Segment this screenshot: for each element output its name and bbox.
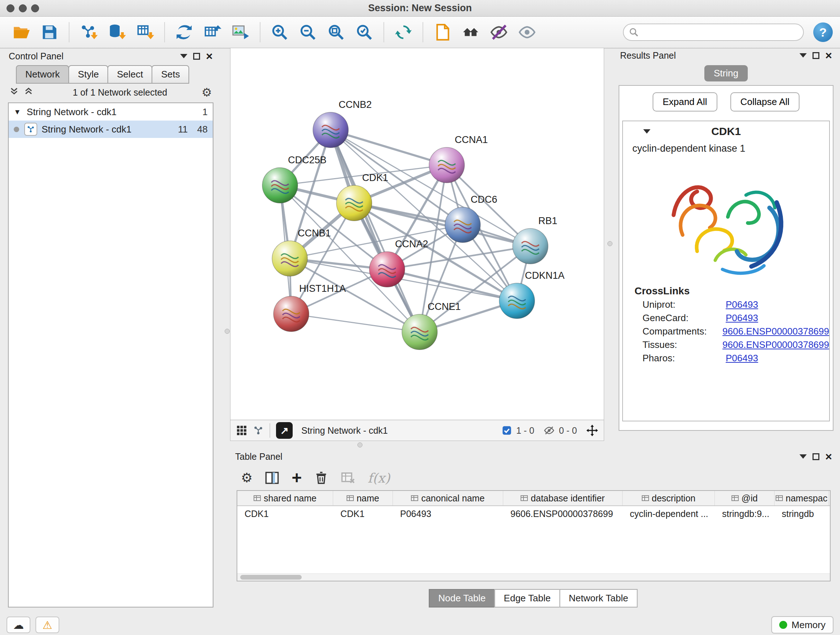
horizontal-scrollbar[interactable] (237, 573, 830, 581)
tab-sets[interactable]: Sets (152, 65, 189, 84)
import-network-database-button[interactable] (105, 21, 128, 44)
tab-edge-table[interactable]: Edge Table (494, 589, 561, 608)
column-header[interactable]: description (622, 491, 715, 505)
table-cell[interactable]: CDK1 (237, 506, 333, 521)
network-row[interactable]: String Network - cdk1 11 48 (9, 120, 213, 138)
document-button[interactable] (431, 21, 454, 44)
panel-close-icon[interactable]: × (825, 451, 832, 462)
search-input[interactable] (623, 24, 804, 41)
save-session-button[interactable] (38, 21, 61, 44)
network-view-title: String Network - cdk1 (302, 425, 388, 436)
column-header[interactable]: database identifier (503, 491, 622, 505)
help-button[interactable]: ? (813, 22, 833, 42)
network-edge-CCNB2-CCNE1[interactable] (331, 130, 420, 332)
collapse-all-button[interactable]: Collapse All (730, 92, 800, 111)
warnings-button[interactable]: ⚠ (35, 616, 59, 633)
hidden-eye-icon[interactable] (544, 425, 554, 436)
table-cell[interactable]: stringdb:9... (715, 506, 775, 521)
eye-edit-button[interactable] (487, 21, 510, 44)
crosslink-link[interactable]: 9606.ENSP00000378699 (722, 339, 829, 350)
pan-move-icon[interactable] (586, 424, 598, 436)
disclosure-triangle-icon[interactable]: ▼ (14, 108, 21, 116)
zoom-fit-icon (327, 23, 345, 41)
panel-float-icon[interactable] (813, 453, 819, 460)
network-node-CCNA1[interactable]: CCNA1 (429, 134, 488, 183)
panel-float-icon[interactable] (813, 52, 819, 59)
column-header[interactable]: @id (715, 491, 775, 505)
double-chevron-up-icon (24, 87, 33, 96)
zoom-selected-button[interactable] (353, 21, 376, 44)
table-cell[interactable]: 9606.ENSP00000378699 (503, 506, 622, 521)
network-node-CDK1[interactable]: CDK1 (336, 172, 388, 221)
crosslink-link[interactable]: 9606.ENSP00000378699 (722, 326, 829, 337)
panel-close-icon[interactable]: × (206, 50, 213, 62)
crosslink-link[interactable]: P06493 (726, 299, 758, 310)
memory-label: Memory (791, 619, 826, 631)
splitter-handle[interactable] (607, 241, 613, 246)
table-cell[interactable]: CDK1 (333, 506, 393, 521)
tab-select[interactable]: Select (107, 65, 152, 84)
network-node-RB1[interactable]: RB1 (513, 215, 557, 264)
expand-all-button[interactable]: Expand All (653, 92, 717, 111)
table-settings-gear-button[interactable]: ⚙ (241, 470, 253, 486)
network-collection-row[interactable]: ▼ String Network - cdk1 1 (9, 103, 213, 120)
panel-menu-icon[interactable] (180, 54, 187, 58)
open-in-new-window-button[interactable]: ↗ (276, 422, 293, 439)
splitter-handle[interactable] (357, 442, 363, 448)
entry-collapse-icon[interactable] (643, 129, 651, 134)
delete-trash-icon[interactable] (314, 470, 328, 485)
node-label: CDC25B (288, 155, 327, 165)
splitter-handle[interactable] (225, 329, 230, 334)
home-button[interactable] (459, 21, 482, 44)
network-node-CCNE1[interactable]: CCNE1 (402, 301, 461, 350)
crosslink-link[interactable]: P06493 (726, 312, 758, 324)
network-edge-HIST1H1A-CCNE1[interactable] (291, 314, 420, 332)
table-cell[interactable]: stringdb (775, 506, 829, 521)
export-table-button[interactable] (201, 21, 224, 44)
panel-float-icon[interactable] (193, 53, 200, 60)
scrollbar-thumb[interactable] (240, 575, 302, 580)
selected-checkbox-icon[interactable] (502, 425, 512, 435)
column-header[interactable]: canonical name (393, 491, 503, 505)
network-edge-CCNB2-CCNA1[interactable] (331, 130, 447, 165)
node-label: CCNA2 (395, 239, 428, 249)
tab-network[interactable]: Network (16, 65, 69, 84)
export-network-button[interactable] (172, 21, 196, 44)
tab-node-table[interactable]: Node Table (429, 589, 495, 608)
add-column-icon[interactable] (265, 470, 279, 485)
zoom-out-button[interactable] (296, 21, 319, 44)
refresh-layout-button[interactable] (392, 21, 415, 44)
import-network-file-button[interactable] (77, 21, 100, 44)
network-options-gear-button[interactable]: ⚙ (202, 86, 212, 99)
grid-view-icon[interactable] (236, 425, 247, 436)
column-header[interactable]: shared name (237, 491, 333, 505)
cloud-button[interactable]: ☁ (6, 616, 30, 633)
add-row-button[interactable]: + (292, 469, 302, 486)
network-view-icon[interactable] (253, 425, 264, 436)
panel-close-icon[interactable]: × (825, 50, 832, 61)
crosslink-row: Tissues: 9606.ENSP00000378699 (623, 337, 829, 350)
network-canvas[interactable]: CCNB2CCNA1CDC25BCDK1CDC6RB1CCNB1CCNA2CDK… (231, 48, 604, 420)
network-node-HIST1H1A[interactable]: HIST1H1A (273, 283, 346, 332)
table-cell[interactable]: P06493 (393, 506, 503, 521)
zoom-in-button[interactable] (268, 21, 291, 44)
eye-button[interactable] (515, 21, 538, 44)
crosslink-link[interactable]: P06493 (726, 353, 758, 364)
memory-button[interactable]: Memory (771, 616, 834, 633)
string-tab[interactable]: String (704, 65, 748, 81)
panel-menu-icon[interactable] (799, 454, 807, 459)
export-image-button[interactable] (229, 21, 252, 44)
column-header[interactable]: namespac (775, 491, 829, 505)
expand-all-networks-button[interactable] (9, 87, 19, 98)
table-cell[interactable]: cyclin-dependent ... (622, 506, 715, 521)
open-session-button[interactable] (10, 21, 33, 44)
collapse-all-networks-button[interactable] (24, 87, 33, 98)
panel-menu-icon[interactable] (799, 53, 807, 57)
tab-style[interactable]: Style (68, 65, 108, 84)
column-header[interactable]: name (333, 491, 393, 505)
network-node-CDC25B[interactable]: CDC25B (262, 155, 327, 203)
import-table-button[interactable] (134, 21, 156, 44)
network-node-CDKN1A[interactable]: CDKN1A (499, 270, 565, 318)
tab-network-table[interactable]: Network Table (559, 589, 638, 608)
zoom-fit-button[interactable] (325, 21, 347, 44)
